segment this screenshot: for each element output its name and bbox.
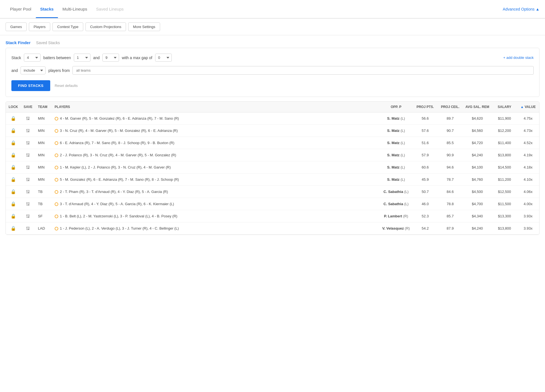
opp-name: V. Velasquez <box>382 226 404 230</box>
lock-cell: 🔒 <box>6 161 21 174</box>
section-header: Stack Finder Saved Stacks <box>0 35 545 48</box>
opp-name: S. Matz <box>387 116 400 120</box>
opp-hand: (L) <box>400 153 405 157</box>
team-cell: MIN <box>35 125 52 137</box>
lock-icon[interactable]: 🔒 <box>11 177 16 182</box>
lock-icon[interactable]: 🔒 <box>11 128 16 133</box>
nav-multi-lineups[interactable]: Multi-Lineups <box>58 0 92 18</box>
reset-defaults-button[interactable]: Reset defaults <box>55 84 78 88</box>
save-icon[interactable]: 🖫 <box>26 128 30 133</box>
lock-icon[interactable]: 🔒 <box>11 214 16 218</box>
saved-stacks-tab[interactable]: Saved Stacks <box>36 41 60 45</box>
players-cell: 6 - E. Adrianza (R), 7 - M. Sano (R), 8 … <box>52 137 379 149</box>
include-select[interactable]: includeexclude <box>21 66 46 74</box>
opp-cell: C. Sabathia (L) <box>379 186 413 198</box>
max-gap-label: with a max gap of <box>122 56 152 60</box>
col-header-salary[interactable]: SALARY <box>492 102 517 112</box>
opp-hand: (L) <box>400 129 405 133</box>
save-icon[interactable]: 🖫 <box>26 116 30 121</box>
lock-icon[interactable]: 🔒 <box>11 165 16 170</box>
save-icon[interactable]: 🖫 <box>26 153 30 157</box>
team-cell: SF <box>35 210 52 222</box>
lock-icon[interactable]: 🔒 <box>11 153 16 157</box>
salary-cell: $13,300 <box>492 210 517 222</box>
between-from-select[interactable]: 123 <box>74 54 90 62</box>
filter-players[interactable]: Players <box>29 22 50 31</box>
opp-name: S. Matz <box>387 177 400 182</box>
col-header-avg-sal[interactable]: AVG SAL. REM <box>463 102 492 112</box>
stack-finder-tab[interactable]: Stack Finder <box>6 40 31 45</box>
team-cell: TB <box>35 186 52 198</box>
table-row: 🔒 🖫 TB 3 - T. d'Arnaud (R), 4 - Y. Diaz … <box>6 198 539 210</box>
circle-indicator <box>55 190 58 194</box>
col-header-opp[interactable]: OPP. P <box>379 102 413 112</box>
opp-name: S. Matz <box>387 165 400 169</box>
team-cell: MIN <box>35 149 52 161</box>
value-cell: 4.10x <box>517 174 539 186</box>
top-nav: Player Pool Stacks Multi-Lineups Saved L… <box>0 0 545 19</box>
save-icon[interactable]: 🖫 <box>26 177 30 182</box>
players-cell: 1 - J. Pederson (L), 2 - A. Verdugo (L),… <box>52 222 379 235</box>
add-double-stack-button[interactable]: + add double stack <box>503 56 534 60</box>
stack-row-2: and includeexclude players from <box>11 66 534 75</box>
save-cell: 🖫 <box>21 222 35 235</box>
circle-indicator <box>55 227 58 230</box>
lock-icon[interactable]: 🔒 <box>11 116 16 121</box>
avg-sal-cell: $4,760 <box>463 174 492 186</box>
save-icon[interactable]: 🖫 <box>26 226 30 231</box>
between-to-select[interactable]: 9876 <box>102 54 119 62</box>
lock-icon[interactable]: 🔒 <box>11 189 16 194</box>
circle-indicator <box>55 141 58 145</box>
value-cell: 4.19x <box>517 149 539 161</box>
value-cell: 4.00x <box>517 198 539 210</box>
filter-games[interactable]: Games <box>6 22 27 31</box>
team-cell: MIN <box>35 161 52 174</box>
lock-icon[interactable]: 🔒 <box>11 202 16 206</box>
opp-cell: C. Sabathia (L) <box>379 198 413 210</box>
nav-player-pool[interactable]: Player Pool <box>6 0 36 18</box>
max-gap-select[interactable]: 0123 <box>155 54 172 62</box>
find-stacks-button[interactable]: FIND STACKS <box>11 80 50 91</box>
col-header-value[interactable]: ▲ VALUE <box>517 102 539 112</box>
lock-icon[interactable]: 🔒 <box>11 226 16 231</box>
proj-ceil-cell: 84.6 <box>438 186 463 198</box>
proj-ceil-cell: 94.6 <box>438 161 463 174</box>
save-icon[interactable]: 🖫 <box>26 202 30 206</box>
save-icon[interactable]: 🖫 <box>26 189 30 194</box>
col-header-proj-ceil[interactable]: PROJ CEIL. <box>438 102 463 112</box>
proj-pts-cell: 50.7 <box>413 186 438 198</box>
opp-name: S. Matz <box>387 153 400 157</box>
opp-cell: S. Matz (L) <box>379 174 413 186</box>
save-icon[interactable]: 🖫 <box>26 140 30 145</box>
table-row: 🔒 🖫 MIN 4 - M. Garver (R), 5 - M. Gonzal… <box>6 112 539 125</box>
avg-sal-cell: $4,700 <box>463 198 492 210</box>
opp-name: S. Matz <box>387 141 400 145</box>
nav-stacks[interactable]: Stacks <box>36 0 58 18</box>
col-header-lock: LOCK <box>6 102 21 112</box>
opp-hand: (R) <box>405 226 410 230</box>
save-icon[interactable]: 🖫 <box>26 165 30 170</box>
proj-ceil-cell: 87.9 <box>438 222 463 235</box>
teams-input[interactable] <box>72 66 534 75</box>
save-cell: 🖫 <box>21 161 35 174</box>
filter-contest-type[interactable]: Contest Type <box>52 22 83 31</box>
filter-more-settings[interactable]: More Settings <box>128 22 160 31</box>
avg-sal-cell: $4,720 <box>463 137 492 149</box>
stack-count-select[interactable]: 4356 <box>24 54 41 62</box>
stacks-table-container: LOCK SAVE TEAM PLAYERS OPP. P PROJ PTS. … <box>6 101 539 235</box>
proj-pts-cell: 57.9 <box>413 149 438 161</box>
advanced-options-button[interactable]: Advanced Options ▲ <box>503 7 539 11</box>
lock-cell: 🔒 <box>6 222 21 235</box>
col-header-proj-pts[interactable]: PROJ PTS. <box>413 102 438 112</box>
save-icon[interactable]: 🖫 <box>26 214 30 218</box>
players-cell: 2 - J. Polanco (R), 3 - N. Cruz (R), 4 -… <box>52 149 379 161</box>
value-cell: 4.06x <box>517 186 539 198</box>
proj-pts-cell: 51.6 <box>413 137 438 149</box>
opp-hand: (R) <box>403 214 408 218</box>
proj-ceil-cell: 78.8 <box>438 198 463 210</box>
avg-sal-cell: $4,500 <box>463 186 492 198</box>
filter-custom-projections[interactable]: Custom Projections <box>85 22 126 31</box>
opp-hand: (L) <box>400 141 405 145</box>
players-cell: 3 - T. d'Arnaud (R), 4 - Y. Diaz (R), 5 … <box>52 198 379 210</box>
lock-icon[interactable]: 🔒 <box>11 140 16 145</box>
